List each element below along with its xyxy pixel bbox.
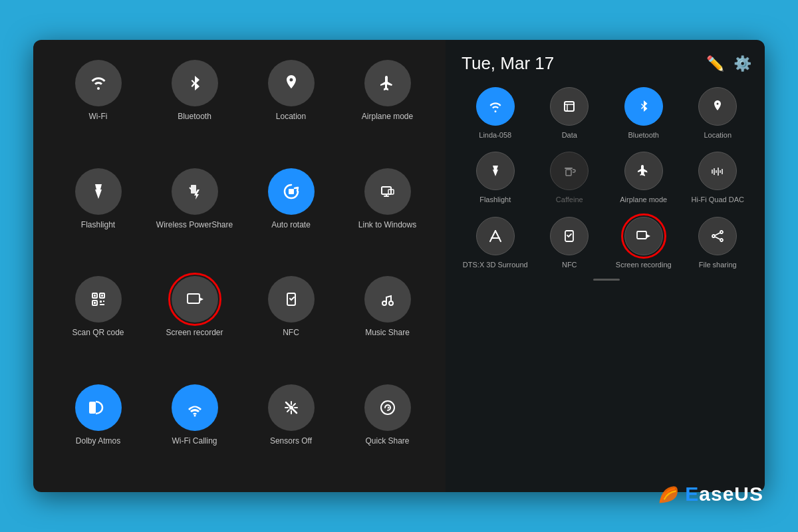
rp-bluetooth-label: Bluetooth <box>628 130 659 140</box>
svg-rect-24 <box>565 168 573 169</box>
screenrecorder-icon <box>172 276 218 323</box>
qs-item-bluetooth[interactable]: Bluetooth <box>150 60 239 155</box>
qs-item-dolby[interactable]: Dolby Atmos <box>53 384 143 479</box>
rp-item-linda058[interactable]: Linda-058 <box>462 87 529 140</box>
bluetooth-icon <box>172 60 218 106</box>
rp-item-airplane[interactable]: Airplane mode <box>610 152 678 204</box>
rp-caffeine-icon <box>550 152 589 190</box>
easeus-logo: EaseUS <box>656 481 763 507</box>
qs-item-flashlight[interactable]: Flashlight <box>53 168 143 263</box>
flashlight-label: Flashlight <box>81 220 115 231</box>
rp-divider <box>593 279 620 281</box>
rp-flashlight-label: Flashlight <box>479 195 511 204</box>
airplane-label: Airplane mode <box>362 112 413 122</box>
location-label: Location <box>276 112 306 122</box>
svg-rect-13 <box>188 294 200 303</box>
svg-line-41 <box>715 237 720 239</box>
rp-item-location[interactable]: Location <box>684 87 752 140</box>
wificalling-label: Wi-Fi Calling <box>172 436 217 447</box>
easeus-icon <box>656 481 681 507</box>
rp-grid: Linda-058 Data <box>462 87 751 269</box>
right-panel: Tue, Mar 17 ✏️ ⚙️ Linda-058 <box>446 40 765 492</box>
svg-rect-25 <box>566 170 571 176</box>
left-panel: Wi-Fi Bluetooth Location <box>33 40 446 492</box>
rp-item-caffeine[interactable]: Caffeine <box>536 152 604 204</box>
rp-item-dts3d[interactable]: DTS:X 3D Surround <box>462 217 529 269</box>
svg-point-18 <box>194 414 196 416</box>
rp-hifidac-label: Hi-Fi Quad DAC <box>692 195 744 204</box>
svg-rect-2 <box>382 187 391 194</box>
sensors-icon <box>268 384 315 431</box>
quickshare-label: Quick Share <box>365 436 409 447</box>
scanqr-icon <box>75 276 122 323</box>
rp-header-icons: ✏️ ⚙️ <box>706 55 751 72</box>
svg-rect-5 <box>94 295 96 297</box>
rp-flashlight-icon <box>476 152 515 190</box>
wifi-icon <box>75 60 122 106</box>
qs-item-powershare[interactable]: Wireless PowerShare <box>150 168 239 263</box>
autorotate-label: Auto rotate <box>271 220 311 231</box>
svg-rect-21 <box>565 102 574 111</box>
location-icon <box>268 60 315 106</box>
rp-item-screenrecording[interactable]: Screen recording <box>610 217 678 269</box>
svg-line-33 <box>495 231 501 241</box>
svg-rect-9 <box>94 302 96 304</box>
rp-dts3d-icon <box>476 217 515 255</box>
rp-item-bluetooth[interactable]: Bluetooth <box>610 87 678 140</box>
rp-item-flashlight[interactable]: Flashlight <box>462 152 529 204</box>
qs-item-nfc[interactable]: NFC <box>246 276 336 371</box>
wifi-label: Wi-Fi <box>89 112 108 122</box>
rp-nfc-label: NFC <box>562 260 577 269</box>
rp-location-icon <box>698 87 737 126</box>
settings-icon[interactable]: ⚙️ <box>733 55 751 72</box>
svg-rect-12 <box>100 304 104 305</box>
qs-item-musicshare[interactable]: Music Share <box>342 276 432 371</box>
rp-item-nfc[interactable]: NFC <box>536 217 604 269</box>
easeus-text: EaseUS <box>685 483 763 505</box>
nfc-label: NFC <box>283 328 299 338</box>
qs-item-airplane[interactable]: Airplane mode <box>342 60 432 155</box>
rp-item-filesharing[interactable]: File sharing <box>684 217 752 269</box>
rp-bluetooth-icon <box>624 87 663 126</box>
powershare-label: Wireless PowerShare <box>156 220 233 231</box>
dolby-label: Dolby Atmos <box>76 436 120 447</box>
rp-screenrecording-icon <box>624 217 663 255</box>
rp-caffeine-label: Caffeine <box>556 195 583 204</box>
musicshare-label: Music Share <box>365 328 410 338</box>
rp-linda058-label: Linda-058 <box>479 130 511 140</box>
rp-dts3d-label: DTS:X 3D Surround <box>463 260 528 269</box>
qs-item-scanqr[interactable]: Scan QR code <box>53 276 143 371</box>
rp-header: Tue, Mar 17 ✏️ ⚙️ <box>462 53 751 74</box>
qs-item-wificalling[interactable]: Wi-Fi Calling <box>150 384 239 479</box>
quickshare-icon <box>364 384 411 431</box>
scanqr-label: Scan QR code <box>72 328 124 338</box>
qs-item-sensors[interactable]: Sensors Off <box>246 384 336 479</box>
sensors-label: Sensors Off <box>270 436 312 447</box>
rp-date: Tue, Mar 17 <box>462 53 554 74</box>
rp-item-hifidac[interactable]: Hi-Fi Quad DAC <box>684 152 752 204</box>
bluetooth-label: Bluetooth <box>178 112 211 122</box>
qs-item-screenrecorder[interactable]: Screen recorder <box>150 276 239 371</box>
rp-wifi-icon <box>476 87 515 126</box>
musicshare-icon <box>364 276 411 323</box>
edit-icon[interactable]: ✏️ <box>706 55 724 72</box>
autorotate-icon <box>268 168 315 215</box>
rp-filesharing-label: File sharing <box>699 260 737 269</box>
qs-item-quickshare[interactable]: Quick Share <box>342 384 432 479</box>
rp-item-data[interactable]: Data <box>536 87 604 140</box>
qs-item-wifi[interactable]: Wi-Fi <box>53 60 143 155</box>
qs-item-location[interactable]: Location <box>246 60 336 155</box>
linkwindows-label: Link to Windows <box>358 220 416 231</box>
linkwindows-icon <box>364 168 411 215</box>
rp-hifidac-icon <box>698 152 737 190</box>
screenrecorder-label: Screen recorder <box>166 328 223 338</box>
nfc-icon <box>268 276 315 323</box>
flashlight-icon <box>75 168 122 215</box>
rp-data-label: Data <box>562 130 577 140</box>
rp-filesharing-icon <box>698 217 737 255</box>
svg-rect-17 <box>89 402 96 414</box>
dolby-icon <box>75 384 122 431</box>
qs-item-linkwindows[interactable]: Link to Windows <box>342 168 432 263</box>
rp-location-label: Location <box>704 130 732 140</box>
qs-item-autorotate[interactable]: Auto rotate <box>246 168 336 263</box>
